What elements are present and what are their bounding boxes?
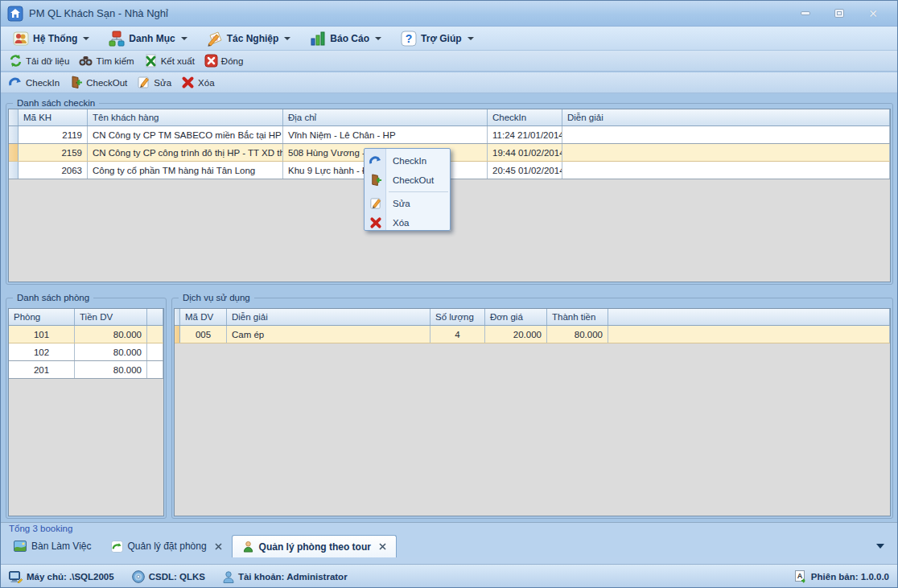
room-row-101-selected[interactable]: 101 80.000 xyxy=(9,326,163,343)
edit-button[interactable]: Sửa xyxy=(134,74,178,91)
app-house-icon xyxy=(7,6,23,22)
delete-button[interactable]: Xóa xyxy=(178,74,220,91)
cell-ma-kh: 2063 xyxy=(19,162,88,179)
column-header-dien-giai[interactable]: Diễn giải xyxy=(227,309,430,325)
cell-ten: CN Công ty CP TM SABECO miền Bắc tại HP xyxy=(88,126,283,143)
booking-total-text: Tổng 3 booking xyxy=(9,524,72,533)
window-title: PM QL Khách Sạn - Nhà Nghỉ xyxy=(29,7,168,19)
close-tab-icon[interactable] xyxy=(215,543,222,550)
column-header-don-gia[interactable]: Đơn giá xyxy=(485,309,547,325)
menu-bao-cao[interactable]: Báo Cáo xyxy=(303,29,389,48)
delete-label: Xóa xyxy=(198,78,214,88)
services-grid: Mã DV Diễn giải Số lượng Đơn giá Thành t… xyxy=(174,308,891,516)
cell-tien-dv: 80.000 xyxy=(75,361,147,378)
column-header-thanh-tien[interactable]: Thành tiền xyxy=(547,309,608,325)
cell-ten: Công ty cổ phần TM hàng hải Tân Long xyxy=(88,162,283,179)
context-menu-label: CheckIn xyxy=(386,156,426,166)
close-button[interactable]: ✕ xyxy=(867,8,879,19)
checkin-label: CheckIn xyxy=(26,78,60,88)
pencil-page-icon xyxy=(207,31,223,47)
server-computer-icon xyxy=(9,571,23,583)
context-menu-item-xoa[interactable]: Xóa xyxy=(365,213,450,232)
menu-he-thong[interactable]: Hệ Thống xyxy=(6,29,97,48)
minimize-button[interactable] xyxy=(799,8,812,19)
menu-danh-muc[interactable]: Danh Mục xyxy=(101,29,194,48)
curved-arrow-icon xyxy=(9,76,23,89)
room-row-201[interactable]: 201 80.000 xyxy=(9,361,163,379)
database-status-text: CSDL: QLKS xyxy=(149,572,205,582)
column-header-ten-khach-hang[interactable]: Tên khách hàng xyxy=(88,109,283,125)
grid-empty-area xyxy=(175,343,890,516)
column-header-ma-kh[interactable]: Mã KH xyxy=(19,109,88,125)
cell-blank xyxy=(147,326,163,343)
load-data-label: Tải dữ liệu xyxy=(26,56,69,66)
tab-quan-ly-phong-theo-tour-active[interactable]: Quản lý phòng theo tour xyxy=(232,535,397,557)
users-icon xyxy=(13,31,29,47)
context-menu-item-sua[interactable]: Sửa xyxy=(365,194,450,213)
cell-so-luong: 4 xyxy=(430,326,485,343)
context-menu-item-checkout[interactable]: CheckOut xyxy=(365,171,450,190)
edit-pencil-icon xyxy=(365,197,386,210)
close-view-label: Đóng xyxy=(221,56,244,66)
row-indicator xyxy=(9,144,19,161)
menu-tro-giup[interactable]: ? Trợ Giúp xyxy=(393,29,481,48)
rooms-grid-header: Phòng Tiền DV xyxy=(9,309,163,326)
binoculars-icon xyxy=(79,54,93,68)
tab-quan-ly-dat-phong[interactable]: Quản lý đặt phòng xyxy=(101,535,232,557)
services-grid-header: Mã DV Diễn giải Số lượng Đơn giá Thành t… xyxy=(175,309,890,326)
checkout-button[interactable]: CheckOut xyxy=(66,74,134,91)
column-header-phong[interactable]: Phòng xyxy=(9,309,75,325)
bottom-gap xyxy=(1,557,897,564)
cell-tien-dv: 80.000 xyxy=(75,326,147,343)
cell-phong: 101 xyxy=(9,326,75,343)
export-button[interactable]: Kết xuất xyxy=(141,52,201,69)
version-text: Phiên bản: 1.0.0.0 xyxy=(811,572,889,582)
tab-ban-lam-viec[interactable]: Bàn Làm Việc xyxy=(4,535,101,557)
delete-x-icon xyxy=(181,76,195,89)
version-icon: A xyxy=(794,570,807,583)
column-header-so-luong[interactable]: Số lượng xyxy=(430,309,485,325)
row-indicator xyxy=(9,126,19,143)
user-icon xyxy=(223,571,234,583)
delete-x-icon xyxy=(365,216,386,229)
context-menu: CheckIn CheckOut Sửa Xóa xyxy=(364,148,451,231)
cell-dien-giai: Cam ép xyxy=(227,326,430,343)
load-data-button[interactable]: Tải dữ liệu xyxy=(6,52,76,69)
cell-dien-giai xyxy=(562,144,890,161)
edit-label: Sửa xyxy=(154,78,171,88)
column-header-dien-giai[interactable]: Diễn giải xyxy=(562,109,890,125)
checkin-button[interactable]: CheckIn xyxy=(6,74,66,91)
row-indicator xyxy=(9,162,19,179)
app-window: PM QL Khách Sạn - Nhà Nghỉ ✕ Hệ Thống xyxy=(0,0,898,588)
green-arrow-icon xyxy=(111,541,123,553)
red-x-icon xyxy=(204,54,218,68)
close-tab-icon[interactable] xyxy=(379,543,386,550)
service-row-005-selected[interactable]: 005 Cam ép 4 20.000 80.000 xyxy=(175,326,890,343)
cell-ten: CN Công ty CP công trình đô thị HP - TT … xyxy=(88,144,283,161)
tab-list-chevron-icon[interactable] xyxy=(876,544,884,549)
checkin-group-title: Danh sách checkin xyxy=(13,97,99,109)
menu-tac-nghiep[interactable]: Tác Nghiệp xyxy=(200,29,299,48)
cell-dien-giai xyxy=(562,162,890,179)
menubar: Hệ Thống Danh Mục Tác Nghiệp xyxy=(1,27,897,51)
person-icon xyxy=(242,541,254,553)
context-menu-item-checkin[interactable]: CheckIn xyxy=(365,151,450,171)
summary-bar: Tổng 3 booking xyxy=(1,522,897,535)
column-header-checkin[interactable]: CheckIn xyxy=(488,109,562,125)
checkout-label: CheckOut xyxy=(86,78,127,88)
account-status-text: Tài khoản: Administrator xyxy=(238,572,348,582)
search-button[interactable]: Tìm kiếm xyxy=(76,52,140,69)
room-row-102[interactable]: 102 80.000 xyxy=(9,343,163,361)
export-label: Kết xuất xyxy=(161,56,195,66)
column-header-tien-dv[interactable]: Tiền DV xyxy=(75,309,147,325)
close-view-button[interactable]: Đóng xyxy=(201,52,250,69)
cell-ma-dv: 005 xyxy=(180,326,227,343)
column-header-dia-chi[interactable]: Địa chỉ xyxy=(283,109,488,125)
checkin-row-2119[interactable]: 2119 CN Công ty CP TM SABECO miền Bắc tạ… xyxy=(9,126,890,144)
cell-don-gia: 20.000 xyxy=(485,326,547,343)
cell-blank xyxy=(147,343,163,360)
cell-blank xyxy=(608,326,890,343)
row-indicator xyxy=(175,326,180,343)
column-header-ma-dv[interactable]: Mã DV xyxy=(180,309,227,325)
maximize-button[interactable] xyxy=(833,8,846,19)
